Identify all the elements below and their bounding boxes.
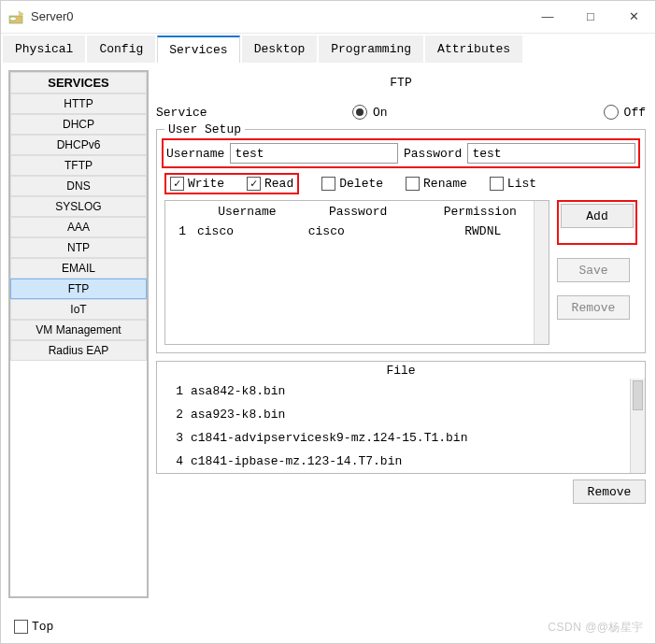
save-button[interactable]: Save	[557, 258, 630, 282]
user-table-scrollbar[interactable]	[534, 201, 549, 344]
services-sidebar: SERVICES HTTPDHCPDHCPv6TFTPDNSSYSLOGAAAN…	[8, 70, 149, 598]
sidebar-item-ftp[interactable]: FTP	[10, 279, 147, 299]
list-checkbox[interactable]	[490, 177, 504, 191]
app-icon	[8, 8, 25, 25]
list-item[interactable]: 3c1841-advipservicesk9-mz.124-15.T1.bin	[157, 426, 645, 450]
tab-attributes[interactable]: Attributes	[425, 36, 522, 63]
tab-desktop[interactable]: Desktop	[242, 36, 318, 63]
sidebar-item-syslog[interactable]: SYSLOG	[10, 196, 147, 217]
tab-programming[interactable]: Programming	[319, 36, 423, 63]
username-input[interactable]	[230, 143, 398, 164]
sidebar-item-iot[interactable]: IoT	[10, 299, 147, 320]
tab-config[interactable]: Config	[87, 36, 155, 63]
sidebar-item-dhcpv6[interactable]: DHCPv6	[10, 135, 147, 155]
service-label: Service	[156, 106, 352, 120]
watermark: CSDN @@杨星宇	[548, 620, 644, 636]
read-checkbox[interactable]	[247, 177, 261, 191]
user-setup-fieldset: User Setup Username Password Write Read …	[156, 129, 646, 353]
tab-services[interactable]: Services	[157, 36, 239, 63]
sidebar-item-radius-eap[interactable]: Radius EAP	[10, 340, 147, 361]
ftp-panel: FTP Service On Off User Setup Username P…	[154, 70, 648, 598]
remove-user-button[interactable]: Remove	[557, 295, 630, 320]
sidebar-item-tftp[interactable]: TFTP	[10, 155, 147, 176]
username-label: Username	[166, 147, 224, 161]
sidebar-item-http[interactable]: HTTP	[10, 93, 147, 114]
delete-label: Delete	[339, 177, 383, 191]
sidebar-item-aaa[interactable]: AAA	[10, 217, 147, 237]
user-table: Username Password Permission 1ciscocisco…	[164, 200, 549, 345]
service-state-row: Service On Off	[156, 105, 646, 120]
credentials-row: Username Password	[162, 138, 640, 168]
window-controls: — □ ✕	[526, 2, 655, 32]
list-item[interactable]: 1asa842-k8.bin	[157, 379, 645, 403]
sidebar-item-vm-management[interactable]: VM Management	[10, 320, 147, 340]
remove-file-button[interactable]: Remove	[573, 479, 646, 504]
sidebar-item-dhcp[interactable]: DHCP	[10, 114, 147, 135]
service-off-radio[interactable]	[604, 105, 619, 120]
sidebar-item-email[interactable]: EMAIL	[10, 258, 147, 279]
panel-title: FTP	[156, 76, 646, 90]
service-off-label: Off	[624, 106, 646, 120]
top-label: Top	[32, 620, 53, 634]
rename-label: Rename	[423, 177, 467, 191]
delete-checkbox[interactable]	[321, 177, 335, 191]
list-item[interactable]: 2asa923-k8.bin	[157, 403, 645, 426]
password-label: Password	[404, 147, 462, 161]
file-list-scrollbar[interactable]	[630, 379, 645, 473]
minimize-button[interactable]: —	[526, 2, 569, 32]
password-input[interactable]	[467, 143, 635, 164]
top-checkbox[interactable]	[14, 620, 28, 634]
add-button[interactable]: Add	[561, 204, 634, 228]
col-username: Username	[192, 205, 303, 219]
close-button[interactable]: ✕	[612, 2, 655, 32]
permissions-row: Write Read Delete Rename List	[164, 173, 637, 194]
write-checkbox[interactable]	[170, 177, 184, 191]
tab-physical[interactable]: Physical	[3, 36, 85, 63]
table-row[interactable]: 1ciscociscoRWDNL	[165, 222, 549, 240]
sidebar-item-dns[interactable]: DNS	[10, 176, 147, 196]
main-tabs: Physical Config Services Desktop Program…	[1, 33, 655, 63]
sidebar-header: SERVICES	[10, 72, 147, 93]
titlebar: Server0 — □ ✕	[1, 1, 655, 33]
col-permission: Permission	[414, 205, 548, 219]
list-item[interactable]: 4c1841-ipbase-mz.123-14.T7.bin	[157, 450, 645, 473]
list-label: List	[507, 177, 536, 191]
maximize-button[interactable]: □	[569, 2, 612, 32]
service-on-radio[interactable]	[352, 105, 367, 120]
col-password: Password	[303, 205, 414, 219]
read-label: Read	[264, 177, 293, 191]
write-label: Write	[188, 177, 224, 191]
service-on-label: On	[373, 106, 388, 120]
rename-checkbox[interactable]	[406, 177, 420, 191]
file-list-header: File	[157, 362, 645, 379]
svg-point-1	[10, 17, 17, 21]
top-toggle: Top	[14, 620, 53, 634]
file-list: File 1asa842-k8.bin2asa923-k8.bin3c1841-…	[156, 361, 646, 474]
user-setup-legend: User Setup	[164, 122, 245, 136]
window-title: Server0	[31, 9, 74, 23]
sidebar-item-ntp[interactable]: NTP	[10, 237, 147, 258]
